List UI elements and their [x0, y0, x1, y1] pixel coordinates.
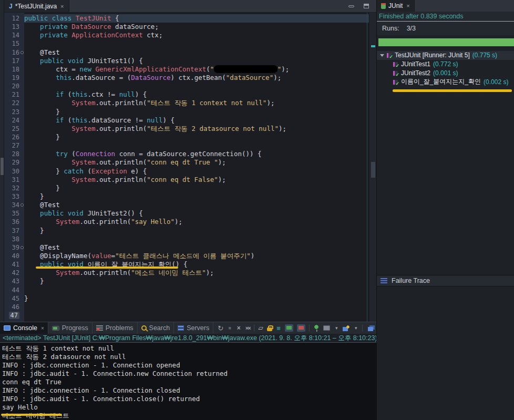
- word-wrap-icon[interactable]: ≡: [276, 324, 281, 332]
- code-line[interactable]: }: [24, 294, 369, 303]
- clear-icon[interactable]: ▱: [258, 324, 263, 332]
- tab-testjunit-java[interactable]: J *TestJUnit.java ×: [4, 0, 69, 12]
- code-line[interactable]: }: [24, 277, 369, 285]
- gutter-line[interactable]: 46: [4, 303, 24, 311]
- tab-console[interactable]: Console×: [0, 322, 48, 334]
- gutter-line[interactable]: 37: [4, 227, 24, 235]
- dropdown-icon[interactable]: ▾: [353, 324, 358, 332]
- code-line[interactable]: }: [24, 133, 369, 141]
- failure-trace-header[interactable]: Failure Trace: [377, 275, 514, 286]
- test-tree-row[interactable]: JUnitTest2(0.001 s): [377, 69, 514, 78]
- code-line[interactable]: }: [24, 192, 369, 201]
- gutter-line[interactable]: 12: [4, 14, 24, 23]
- show-on-stderr-icon[interactable]: [297, 324, 305, 332]
- code-line[interactable]: [24, 311, 369, 320]
- gutter-line[interactable]: 34: [4, 201, 24, 209]
- code-line[interactable]: ctx = new GenericXmlApplicationContext("…: [24, 65, 369, 74]
- code-line[interactable]: public void JUnitTest1() {: [24, 57, 369, 65]
- fold-marker-icon[interactable]: [20, 246, 24, 249]
- gutter-line[interactable]: 32: [4, 184, 24, 192]
- code-line[interactable]: }: [24, 227, 369, 235]
- test-tree-row[interactable]: 이름이_잘_붙여지는지_확인(0.002 s): [377, 77, 514, 86]
- fold-marker-icon[interactable]: [20, 203, 24, 207]
- pin-console-icon[interactable]: [313, 325, 320, 332]
- gutter-line[interactable]: 26: [4, 133, 24, 141]
- maximize-icon[interactable]: [364, 4, 369, 8]
- remove-launch-icon[interactable]: ×: [236, 324, 241, 332]
- gutter-line[interactable]: 45: [4, 294, 24, 303]
- scroll-lock-icon[interactable]: [267, 327, 272, 331]
- code-line[interactable]: private DataSource dataSource;: [24, 23, 369, 31]
- code-line[interactable]: System.out.println("테스트 작동 2 datasource …: [24, 125, 369, 133]
- gutter-line[interactable]: 23: [4, 108, 24, 116]
- left-panel-handle[interactable]: [1, 158, 4, 175]
- gutter-line[interactable]: 20: [4, 82, 24, 90]
- close-tab-icon[interactable]: ×: [41, 325, 44, 331]
- gutter-line[interactable]: 36: [4, 218, 24, 226]
- gutter-line[interactable]: 21: [4, 90, 24, 99]
- clone-console-icon[interactable]: [368, 327, 373, 331]
- gutter-line[interactable]: 28: [4, 150, 24, 158]
- gutter-line[interactable]: 17: [4, 57, 24, 65]
- tab-problems[interactable]: Problems: [92, 322, 138, 334]
- show-on-stdout-icon[interactable]: [285, 324, 293, 332]
- gutter-line[interactable]: 39: [4, 243, 24, 252]
- code-line[interactable]: this.dataSource = (DataSource) ctx.getBe…: [24, 74, 369, 82]
- code-line[interactable]: try (Connection conn = dataSource.getCon…: [24, 150, 369, 158]
- overview-ruler[interactable]: [369, 13, 376, 322]
- code-line[interactable]: @Test: [24, 201, 369, 209]
- gutter-line[interactable]: 47: [4, 311, 24, 320]
- code-area[interactable]: public class TestJUnit { private DataSou…: [24, 13, 369, 322]
- code-line[interactable]: System.out.println("say Hello");: [24, 218, 369, 226]
- gutter-line[interactable]: 31: [4, 176, 24, 184]
- code-line[interactable]: [24, 286, 369, 294]
- code-line[interactable]: public void JUnitTest2() {: [24, 209, 369, 218]
- code-line[interactable]: [24, 141, 369, 150]
- expander-icon[interactable]: [380, 54, 384, 57]
- code-line[interactable]: System.out.println("메소드 네이밍 테스트");: [24, 269, 369, 277]
- code-line[interactable]: [24, 39, 369, 48]
- gutter-line[interactable]: 14: [4, 31, 24, 39]
- code-line[interactable]: if (this.dataSource != null) {: [24, 116, 369, 125]
- gutter-line[interactable]: 19: [4, 74, 24, 82]
- code-line[interactable]: [24, 303, 369, 311]
- dropdown-icon[interactable]: ▾: [334, 324, 339, 332]
- code-line[interactable]: @DisplayName(value="테스트 클래스나 메소드에 이름 붙여주…: [24, 252, 369, 260]
- code-line[interactable]: System.out.println("conn eq dt False");: [24, 176, 369, 184]
- tab-search[interactable]: Search: [138, 322, 174, 334]
- gutter-line[interactable]: 18: [4, 65, 24, 74]
- gutter-line[interactable]: 27: [4, 141, 24, 150]
- code-line[interactable]: System.out.println("conn eq dt True ");: [24, 158, 369, 167]
- close-tab-icon[interactable]: ×: [60, 3, 64, 9]
- code-line[interactable]: }: [24, 184, 369, 192]
- gutter-line[interactable]: 13: [4, 23, 24, 31]
- code-line[interactable]: System.out.println("테스트 작동 1 context not…: [24, 99, 369, 107]
- code-line[interactable]: [24, 235, 369, 243]
- code-line[interactable]: } catch (Exception e) {: [24, 167, 369, 176]
- code-line[interactable]: @Test: [24, 243, 369, 252]
- editor-body[interactable]: 1213141516171819202122232425262728293031…: [4, 13, 376, 322]
- gutter-line[interactable]: 41: [4, 260, 24, 269]
- terminate-icon[interactable]: ■: [227, 324, 232, 332]
- gutter-line[interactable]: 44: [4, 286, 24, 294]
- gutter-line[interactable]: 25: [4, 125, 24, 133]
- remove-all-icon[interactable]: ××: [245, 324, 250, 332]
- close-tab-icon[interactable]: ×: [406, 3, 409, 9]
- fold-marker-icon[interactable]: [20, 51, 24, 54]
- relaunch-icon[interactable]: ↻: [218, 324, 223, 332]
- minimize-icon[interactable]: [348, 5, 354, 7]
- gutter-line[interactable]: 35: [4, 209, 24, 218]
- gutter-line[interactable]: 29: [4, 158, 24, 167]
- code-line[interactable]: }: [24, 108, 369, 116]
- gutter-line[interactable]: 24: [4, 116, 24, 125]
- gutter-line[interactable]: 22: [4, 99, 24, 107]
- tab-progress[interactable]: Progress: [48, 322, 92, 334]
- gutter-line[interactable]: 43: [4, 277, 24, 285]
- gutter-line[interactable]: 33: [4, 192, 24, 201]
- test-tree-row[interactable]: TestJUnit [Runner: JUnit 5](0.775 s): [377, 51, 514, 60]
- code-line[interactable]: if (this.ctx != null) {: [24, 90, 369, 99]
- gutter-line[interactable]: 30: [4, 167, 24, 176]
- gutter-line[interactable]: 38: [4, 235, 24, 243]
- code-line[interactable]: @Test: [24, 48, 369, 57]
- gutter-line[interactable]: 15: [4, 39, 24, 48]
